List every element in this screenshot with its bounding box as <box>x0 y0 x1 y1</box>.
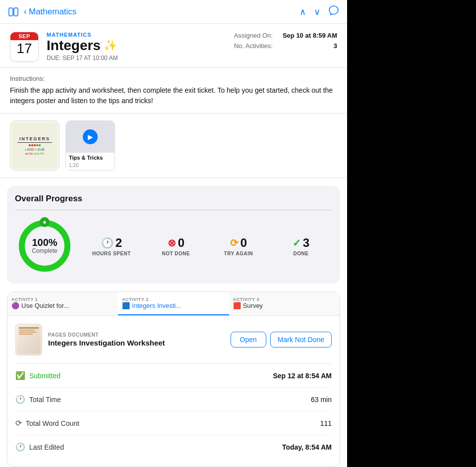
tab2-num: ACTIVITY 2 <box>122 297 225 302</box>
subject-label: MATHEMATICS <box>47 32 226 38</box>
activity-tab-2[interactable]: ACTIVITY 2 🟦 Integers Investi... <box>118 292 229 315</box>
hours-icon: 🕐 <box>101 237 114 249</box>
not-done-icon: ⊗ <box>168 237 176 249</box>
back-button[interactable]: ‹ Mathematics <box>24 6 76 17</box>
total-time-value: 63 min <box>311 396 332 404</box>
video-label: Tips & Tricks <box>66 153 115 163</box>
up-button[interactable]: ∧ <box>299 6 306 17</box>
done-value: 3 <box>303 236 309 250</box>
done-label: DONE <box>284 251 318 256</box>
word-count-value: 111 <box>320 419 332 427</box>
down-button[interactable]: ∨ <box>314 6 320 17</box>
assignment-info: MATHEMATICS Integers ✨ DUE: SEP 17 AT 10… <box>47 32 226 61</box>
svg-rect-0 <box>9 8 13 16</box>
last-edited-icon: 🕐 <box>15 442 25 452</box>
video-duration: 1:20 <box>66 163 115 170</box>
tab1-icon: 🟣 <box>11 302 19 309</box>
document-row: PAGES DOCUMENT Integers Investigation Wo… <box>15 324 332 355</box>
play-icon: ▶ <box>83 129 98 144</box>
right-panel <box>347 0 476 467</box>
stat-done: ✓ 3 DONE <box>284 236 318 256</box>
doc-actions: Open Mark Not Done <box>231 332 332 348</box>
sparkle-icon: ✨ <box>104 39 117 52</box>
word-count-left: ⟳ Total Word Count <box>15 418 79 428</box>
video-thumb: ▶ <box>66 121 115 153</box>
last-edited-label: Last Edited <box>29 443 64 451</box>
tab1-name: 🟣 Use Quizlet for... <box>11 302 114 309</box>
activity-content: PAGES DOCUMENT Integers Investigation Wo… <box>7 316 340 467</box>
attachment-video[interactable]: ▶ Tips & Tricks 1:20 <box>65 120 115 171</box>
tab3-name: 🟥 Survey <box>233 302 336 309</box>
tab1-num: ACTIVITY 1 <box>11 297 114 302</box>
try-again-value: 0 <box>240 236 247 250</box>
calendar-badge: SEP 17 <box>10 32 39 61</box>
attachment-poster[interactable]: INTEGERS • ADD • SUB ●ADD ●AUTO <box>10 120 60 171</box>
instructions-text: Finish the app activity and worksheet, t… <box>10 85 337 106</box>
try-again-label: TRY AGAIN <box>221 251 256 256</box>
assigned-on-row: Assigned On: Sep 10 at 8:59 AM <box>234 32 337 39</box>
total-time-left: 🕐 Total Time <box>15 395 61 404</box>
tab3-num: ACTIVITY 3 <box>233 297 336 302</box>
assignment-meta: Assigned On: Sep 10 at 8:59 AM No. Activ… <box>234 32 337 61</box>
stat-hours-spent: 🕐 2 HOURS SPENT <box>92 236 131 256</box>
assignment-title: Integers ✨ <box>47 38 226 54</box>
tab2-name: 🟦 Integers Investi... <box>122 302 225 309</box>
calendar-day: 17 <box>10 40 38 58</box>
word-count-row: ⟳ Total Word Count 111 <box>15 411 332 435</box>
activities-tabs: ACTIVITY 1 🟣 Use Quizlet for... ACTIVITY… <box>7 292 340 316</box>
no-activities-value: 3 <box>334 42 337 50</box>
activity-tab-3[interactable]: ACTIVITY 3 🟥 Survey <box>229 292 340 315</box>
donut-center: 100% Complete <box>32 237 57 254</box>
open-button[interactable]: Open <box>231 332 266 348</box>
hours-label: HOURS SPENT <box>92 251 131 256</box>
instructions-label: Instructions: <box>10 75 337 82</box>
assigned-on-label: Assigned On: <box>234 32 273 39</box>
word-count-icon: ⟳ <box>15 418 22 428</box>
last-edited-left: 🕐 Last Edited <box>15 442 64 452</box>
submitted-label: Submitted <box>29 372 60 380</box>
submitted-date: Sep 12 at 8:54 AM <box>273 372 332 380</box>
donut-chart: ★ 100% Complete <box>15 216 74 276</box>
doc-type: PAGES DOCUMENT <box>48 332 225 338</box>
star-badge: ★ <box>40 217 50 227</box>
hours-value: 2 <box>116 236 122 250</box>
poster-thumb: INTEGERS • ADD • SUB ●ADD ●AUTO <box>10 121 59 170</box>
sidebar-toggle-icon[interactable] <box>8 6 19 17</box>
submitted-check-icon: ✅ <box>15 371 25 380</box>
word-count-label: Total Word Count <box>26 419 79 427</box>
doc-thumb-inner <box>16 324 42 355</box>
last-edited-row: 🕐 Last Edited Today, 8:54 AM <box>15 435 332 459</box>
donut-percent: 100% <box>32 237 57 247</box>
activities-section: ACTIVITY 1 🟣 Use Quizlet for... ACTIVITY… <box>7 292 340 467</box>
doc-info: PAGES DOCUMENT Integers Investigation Wo… <box>48 332 225 347</box>
assignment-header: SEP 17 MATHEMATICS Integers ✨ DUE: SEP 1… <box>0 24 347 68</box>
back-label: Mathematics <box>29 7 76 17</box>
total-time-row: 🕐 Total Time 63 min <box>15 388 332 411</box>
svg-rect-1 <box>14 8 18 16</box>
progress-content: ★ 100% Complete 🕐 2 HOURS SPENT ⊗ <box>15 216 332 276</box>
due-date: DUE: SEP 17 AT 10:00 AM <box>47 55 226 61</box>
doc-thumbnail <box>15 324 42 355</box>
not-done-value: 0 <box>178 236 184 250</box>
done-icon: ✓ <box>293 237 301 249</box>
top-nav: ‹ Mathematics ∧ ∨ <box>0 0 347 24</box>
progress-stats: 🕐 2 HOURS SPENT ⊗ 0 NOT DONE ⟳ 0 <box>78 236 332 256</box>
back-chevron-icon: ‹ <box>24 6 27 17</box>
clock-icon: 🕐 <box>15 395 25 404</box>
stat-not-done: ⊗ 0 NOT DONE <box>159 236 193 256</box>
instructions-section: Instructions: Finish the app activity an… <box>0 68 347 114</box>
no-activities-row: No. Activities: 3 <box>234 42 337 50</box>
calendar-month: SEP <box>10 32 38 40</box>
not-done-label: NOT DONE <box>159 251 193 256</box>
donut-complete-label: Complete <box>32 247 57 254</box>
mark-not-done-button[interactable]: Mark Not Done <box>270 332 332 348</box>
nav-left: ‹ Mathematics <box>8 6 76 17</box>
nav-right: ∧ ∨ <box>299 5 339 18</box>
try-again-icon: ⟳ <box>230 237 238 249</box>
attachments-section: INTEGERS • ADD • SUB ●ADD ●AUTO <box>0 114 347 178</box>
tab3-icon: 🟥 <box>233 302 241 309</box>
chat-button[interactable] <box>328 5 339 18</box>
activity-tab-1[interactable]: ACTIVITY 1 🟣 Use Quizlet for... <box>7 292 118 315</box>
stat-try-again: ⟳ 0 TRY AGAIN <box>221 236 256 256</box>
main-panel: ‹ Mathematics ∧ ∨ SEP 17 MATHEMATICS Int… <box>0 0 347 467</box>
